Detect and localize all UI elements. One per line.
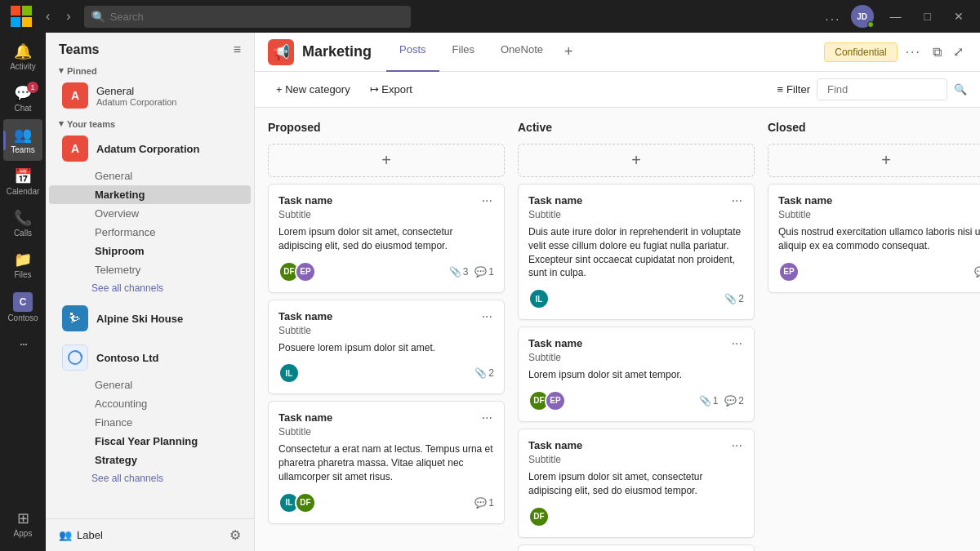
teams-panel-filter-btn[interactable]: ≡ xyxy=(234,42,241,57)
card-a1-more[interactable]: ··· xyxy=(730,194,744,207)
add-proposed-btn[interactable]: + xyxy=(268,144,505,177)
card-a3-title: Task name xyxy=(528,439,582,451)
channel-contoso-accounting[interactable]: Accounting xyxy=(49,394,251,413)
avatar-ep3: EP xyxy=(778,261,800,282)
card-p2-avatars: IL xyxy=(278,362,300,384)
channel-adatum-general[interactable]: General xyxy=(49,167,251,185)
card-p1-more[interactable]: ··· xyxy=(480,194,494,207)
card-p1-avatars: DF EP xyxy=(278,261,316,282)
your-teams-label[interactable]: ▾ Your teams xyxy=(46,113,254,131)
teams-icon: 👥 xyxy=(14,126,32,144)
team-adatum[interactable]: A Adatum Corporation xyxy=(49,131,251,167)
card-a3-body: Lorem ipsum dolor sit amet, consectetur … xyxy=(528,470,744,498)
channel-more-btn[interactable]: ··· xyxy=(902,42,924,63)
filter-btn[interactable]: ≡ Filter xyxy=(777,83,810,96)
contoso-team-icon xyxy=(62,344,88,371)
contoso-team-name: Contoso Ltd xyxy=(96,352,159,364)
svg-rect-1 xyxy=(22,6,32,16)
pinned-general-team[interactable]: A General Adatum Corporation xyxy=(49,78,251,113)
teams-panel: Teams ≡ ▾ Pinned A General Adatum Corpor… xyxy=(46,33,255,551)
nav-back[interactable]: ‹ xyxy=(42,6,53,27)
sidebar-item-teams[interactable]: 👥 Teams xyxy=(3,119,42,161)
alpine-icon: ⛷ xyxy=(62,305,88,331)
svg-rect-3 xyxy=(22,17,32,27)
channel-contoso-fiscal[interactable]: Fiscal Year Planning xyxy=(49,432,251,451)
card-p2-more[interactable]: ··· xyxy=(480,310,494,323)
sidebar-item-apps[interactable]: ⊞ Apps xyxy=(3,503,42,544)
channel-adatum-overview[interactable]: Overview xyxy=(49,204,251,223)
card-a2-attachments: 📎 1 xyxy=(699,395,719,407)
add-active-btn[interactable]: + xyxy=(518,144,755,177)
card-p1-comments: 💬 1 xyxy=(474,266,494,278)
sidebar-item-more[interactable]: ··· xyxy=(3,329,42,359)
tab-files[interactable]: Files xyxy=(439,33,488,72)
avatar-il3: IL xyxy=(528,288,550,309)
teams-panel-footer: 👥 Label ⚙ xyxy=(46,518,254,551)
export-btn[interactable]: ↦ Export xyxy=(362,79,421,100)
sidebar-item-contoso[interactable]: C Contoso xyxy=(3,286,42,329)
card-a3-more[interactable]: ··· xyxy=(730,439,744,452)
card-a3-subtitle: Subtitle xyxy=(528,454,744,465)
see-all-contoso[interactable]: See all channels xyxy=(46,469,254,487)
card-c1-body: Quis nostrud exercitation ullamco labori… xyxy=(778,225,980,253)
find-input[interactable] xyxy=(817,78,947,100)
card-p3-body: Consectetur a erat nam at lectus. Tempus… xyxy=(278,442,494,483)
card-p1-body: Lorem ipsum dolor sit amet, consectetur … xyxy=(278,225,494,253)
card-a2-subtitle: Subtitle xyxy=(528,352,744,363)
apps-label: Apps xyxy=(14,529,33,538)
app-sidebar: 🔔 Activity 💬 Chat 1 👥 Teams 📅 Calendar 📞… xyxy=(0,33,46,551)
channel-adatum-shiproom[interactable]: Shiproom xyxy=(49,242,251,260)
new-category-btn[interactable]: + New category xyxy=(268,79,359,100)
tab-onenote[interactable]: OneNote xyxy=(488,33,556,72)
sidebar-item-activity[interactable]: 🔔 Activity xyxy=(3,36,42,78)
more-icon: ··· xyxy=(19,335,26,353)
add-closed-btn[interactable]: + xyxy=(768,144,980,177)
channel-contoso-finance[interactable]: Finance xyxy=(49,413,251,432)
card-p2: Task name ··· Subtitle Posuere lorem ips… xyxy=(268,300,505,395)
svg-rect-0 xyxy=(11,6,20,16)
avatar-df2: DF xyxy=(295,492,316,513)
team-alpine[interactable]: ⛷ Alpine Ski House xyxy=(49,300,251,336)
search-input[interactable] xyxy=(84,6,411,28)
team-contoso[interactable]: Contoso Ltd xyxy=(49,340,251,375)
teams-panel-title: Teams xyxy=(59,42,100,57)
channel-expand-btn[interactable]: ⤢ xyxy=(950,41,967,63)
board: Proposed + Task name ··· Subtitle Lorem … xyxy=(255,108,980,551)
channel-contoso-strategy[interactable]: Strategy xyxy=(49,451,251,469)
see-all-adatum[interactable]: See all channels xyxy=(46,279,254,297)
close-btn[interactable]: ✕ xyxy=(947,7,970,26)
title-bar-more[interactable]: ... xyxy=(825,9,840,24)
channel-meeting-btn[interactable]: ⧉ xyxy=(929,42,945,63)
teams-panel-header: Teams ≡ xyxy=(46,33,254,60)
svg-rect-2 xyxy=(11,17,20,27)
channel-contoso-general[interactable]: General xyxy=(49,375,251,394)
channel-adatum-marketing[interactable]: Marketing xyxy=(49,185,251,204)
sidebar-item-calendar[interactable]: 📅 Calendar xyxy=(3,161,42,202)
settings-icon[interactable]: ⚙ xyxy=(229,527,241,543)
confidential-badge: Confidential xyxy=(824,42,897,62)
channel-adatum-telemetry[interactable]: Telemetry xyxy=(49,260,251,279)
card-a2-title: Task name xyxy=(528,337,582,349)
toolbar: + New category ↦ Export ≡ Filter 🔍 xyxy=(255,72,980,108)
find-search-icon[interactable]: 🔍 xyxy=(954,83,967,96)
card-c1-title: Task name xyxy=(778,194,832,207)
label-btn[interactable]: 👥 Label xyxy=(59,529,103,541)
tab-posts[interactable]: Posts xyxy=(386,33,439,72)
sidebar-item-chat[interactable]: 💬 Chat 1 xyxy=(3,78,42,119)
card-p3-more[interactable]: ··· xyxy=(480,411,494,424)
chat-label: Chat xyxy=(14,104,31,113)
sidebar-item-files[interactable]: 📁 Files xyxy=(3,244,42,286)
maximize-btn[interactable]: □ xyxy=(918,7,938,26)
sidebar-item-calls[interactable]: 📞 Calls xyxy=(3,202,42,244)
card-a3: Task name ··· Subtitle Lorem ipsum dolor… xyxy=(518,429,755,538)
channel-header-left: 📢 Marketing Posts Files OneNote + xyxy=(268,33,581,72)
avatar-ep2: EP xyxy=(545,390,566,411)
channel-adatum-performance[interactable]: Performance xyxy=(49,223,251,242)
user-avatar[interactable]: JD xyxy=(851,5,874,28)
card-a2-more[interactable]: ··· xyxy=(730,337,744,350)
tab-add[interactable]: + xyxy=(556,33,581,72)
apps-icon: ⊞ xyxy=(17,509,29,527)
nav-forward[interactable]: › xyxy=(63,6,74,27)
pinned-section-label[interactable]: ▾ Pinned xyxy=(46,60,254,78)
minimize-btn[interactable]: — xyxy=(884,7,908,26)
